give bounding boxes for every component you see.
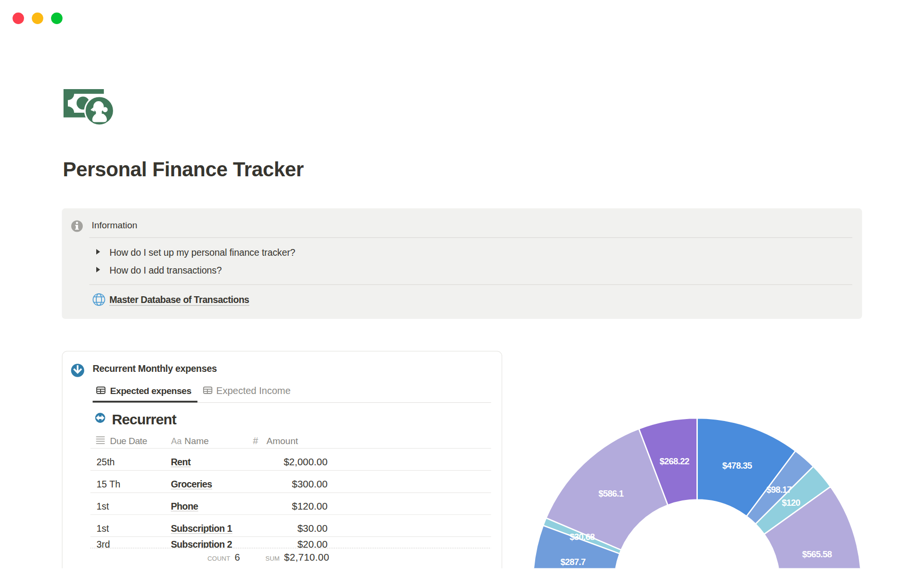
svg-text:Information: Information <box>91 220 137 230</box>
svg-text:$98.17: $98.17 <box>767 485 792 495</box>
svg-text:How do I set up my personal fi: How do I set up my personal finance trac… <box>110 247 295 258</box>
svg-text:$30.00: $30.00 <box>297 523 328 534</box>
svg-text:$120.00: $120.00 <box>292 500 327 512</box>
svg-text:Personal Finance Tracker: Personal Finance Tracker <box>63 158 304 181</box>
svg-text:SUM: SUM <box>266 555 280 562</box>
svg-text:$120: $120 <box>782 498 800 508</box>
svg-text:#: # <box>253 435 258 446</box>
svg-text:Aa: Aa <box>171 436 182 446</box>
svg-text:How do I add transactions?: How do I add transactions? <box>110 265 222 276</box>
svg-text:15 Th: 15 Th <box>97 479 121 489</box>
svg-text:Subscription 1: Subscription 1 <box>171 523 232 534</box>
svg-text:25th: 25th <box>97 457 115 467</box>
svg-text:Groceries: Groceries <box>171 479 212 489</box>
svg-text:Due Date: Due Date <box>110 436 147 446</box>
svg-text:Expected expenses: Expected expenses <box>110 386 192 396</box>
svg-text:COUNT: COUNT <box>207 555 230 562</box>
svg-text:$268.22: $268.22 <box>659 456 689 466</box>
svg-text:$30.68: $30.68 <box>569 532 595 542</box>
svg-text:Phone: Phone <box>171 501 198 512</box>
svg-text:1st: 1st <box>97 501 110 512</box>
svg-text:$20.00: $20.00 <box>297 539 328 550</box>
svg-text:$2,710.00: $2,710.00 <box>284 552 329 563</box>
svg-text:$300.00: $300.00 <box>292 478 327 489</box>
svg-text:Master Database of Transaction: Master Database of Transactions <box>109 294 249 305</box>
svg-text:Amount: Amount <box>267 436 298 446</box>
svg-text:$586.1: $586.1 <box>598 488 624 499</box>
svg-text:1st: 1st <box>97 523 110 534</box>
svg-text:$565.58: $565.58 <box>802 549 832 559</box>
svg-text:Recurrent Monthly expenses: Recurrent Monthly expenses <box>93 363 217 374</box>
svg-text:6: 6 <box>235 552 240 563</box>
svg-text:Recurrent: Recurrent <box>112 411 177 427</box>
svg-text:Rent: Rent <box>171 457 191 467</box>
svg-text:Expected Income: Expected Income <box>216 385 291 396</box>
svg-text:$2,000.00: $2,000.00 <box>283 456 327 467</box>
svg-text:Name: Name <box>184 436 209 446</box>
svg-text:$287.7: $287.7 <box>560 557 586 567</box>
svg-text:$478.35: $478.35 <box>722 460 752 471</box>
